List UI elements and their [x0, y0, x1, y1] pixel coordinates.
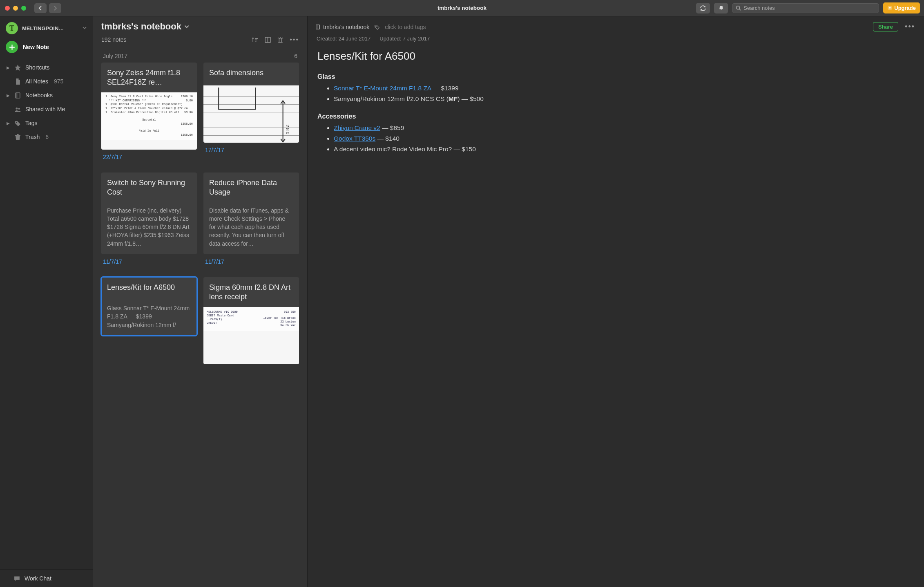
sidebar-item-count: 6 [45, 134, 49, 140]
star-icon [14, 64, 21, 71]
history-buttons [34, 3, 61, 13]
updated-date: Updated: 7 July 2017 [379, 36, 430, 42]
svg-point-3 [16, 107, 18, 109]
svg-text:2 8 0: 2 8 0 [285, 125, 290, 134]
sidebar-nav: ▶Shortcuts▶All Notes975▶Notebooks▶Shared… [0, 60, 93, 144]
list-item: Samyang/Rokinon 12mm f/2.0 NCS CS (MF) —… [334, 94, 914, 104]
list-item: Godox TT350s — $140 [334, 133, 914, 144]
svg-point-4 [18, 108, 20, 109]
sync-icon [700, 5, 706, 11]
note-card-snippet: Glass Sonnar T* E-Mount 24mm F1.8 ZA — $… [101, 300, 197, 336]
tag-icon[interactable] [374, 24, 380, 30]
share-button[interactable]: Share [873, 22, 898, 31]
breadcrumb[interactable]: tmbrks's notebook [315, 24, 369, 30]
note-card-title: Lenses/Kit for A6500 [101, 277, 197, 300]
note-card[interactable]: Reduce iPhone Data UsageDisable data for… [203, 173, 299, 254]
window-zoom-button[interactable] [21, 6, 26, 11]
new-note-button[interactable]: New Note [0, 37, 93, 60]
disclosure-triangle-icon[interactable]: ▶ [7, 65, 10, 70]
note-card-title: Sony Zeiss 24mm f1.8 SEL24F18Z re… [101, 63, 197, 92]
window-close-button[interactable] [5, 6, 10, 11]
sidebar-item-label: All Notes [25, 78, 48, 85]
back-button[interactable] [34, 3, 47, 13]
search-icon [736, 5, 741, 11]
list-controls: ••• [252, 36, 299, 43]
sidebar-item-all-notes[interactable]: ▶All Notes975 [2, 74, 90, 88]
sidebar-item-notebooks[interactable]: ▶Notebooks [2, 88, 90, 102]
note-count: 192 notes [101, 36, 127, 43]
account-name: MELTINGPOIN… [22, 25, 64, 31]
chevron-down-icon [184, 24, 190, 29]
more-options-icon[interactable]: ••• [290, 36, 299, 43]
note-cards-grid: Sony Zeiss 24mm f1.8 SEL24F18Z re…1 Sony… [93, 63, 307, 367]
upgrade-button[interactable]: Upgrade [883, 2, 920, 13]
note-card-date: 11/7/17 [203, 257, 299, 271]
sidebar-item-shared-with-me[interactable]: ▶Shared with Me [2, 102, 90, 116]
disclosure-triangle-icon[interactable]: ▶ [7, 93, 10, 98]
sync-button[interactable] [696, 3, 710, 13]
note-link[interactable]: Sonnar T* E-Mount 24mm F1.8 ZA [334, 85, 431, 92]
sidebar-item-label: Trash [25, 134, 40, 140]
reminder-icon[interactable] [277, 36, 284, 43]
note-link[interactable]: Godox TT350s [334, 135, 375, 142]
book-icon [14, 92, 21, 99]
note-title[interactable]: Lenses/Kit for A6500 [317, 50, 914, 63]
list-item: A decent video mic? Rode Video Mic Pro? … [334, 144, 914, 155]
search-field-container[interactable] [732, 3, 879, 13]
window-toolbar: tmbrks's notebook Upg [0, 0, 924, 16]
new-note-label: New Note [23, 44, 49, 50]
note-card-date: 11/7/17 [101, 257, 197, 271]
sidebar-item-trash[interactable]: ▶Trash6 [2, 130, 90, 144]
note-link[interactable]: Zhiyun Crane v2 [334, 124, 380, 131]
note-card[interactable]: Sigma 60mm f2.8 DN Art lens receiptMELBO… [203, 277, 299, 364]
svg-rect-2 [16, 93, 20, 98]
sidebar-item-label: Notebooks [25, 92, 53, 99]
note-card[interactable]: Sofa dimensions2 8 0 [203, 63, 299, 143]
upgrade-icon [887, 5, 893, 11]
note-card-title: Switch to Sony Running Cost [101, 173, 197, 202]
note-meta: Created: 24 June 2017 Updated: 7 July 20… [308, 34, 924, 47]
list-glass: Sonnar T* E-Mount 24mm F1.8 ZA — $1399Sa… [317, 83, 914, 105]
disclosure-triangle-icon[interactable]: ▶ [7, 121, 10, 125]
receipt-thumbnail: MELBOURNE VIC 3000DEBIT MasterCard……2479… [203, 307, 299, 331]
section-heading-glass: Glass [317, 73, 914, 81]
sidebar-item-count: 975 [54, 78, 63, 85]
forward-button[interactable] [49, 3, 61, 13]
view-mode-icon[interactable] [264, 36, 271, 43]
sidebar-item-label: Shortcuts [25, 64, 49, 71]
sort-icon[interactable] [252, 36, 259, 43]
plus-icon [6, 41, 18, 53]
note-card[interactable]: Switch to Sony Running CostPurchase Pric… [101, 173, 197, 254]
note-body[interactable]: Lenses/Kit for A6500 Glass Sonnar T* E-M… [308, 47, 924, 175]
note-card-date: 22/7/17 [101, 152, 197, 166]
tag-icon [14, 119, 21, 127]
note-card[interactable]: Lenses/Kit for A6500Glass Sonnar T* E-Mo… [101, 277, 197, 336]
notebook-title: tmbrks's notebook [101, 21, 181, 32]
sidebar-item-work-chat[interactable]: ▶ Work Chat [0, 570, 93, 587]
sidebar-item-label: Shared with Me [25, 106, 65, 112]
notebook-selector[interactable]: tmbrks's notebook [101, 21, 299, 32]
breadcrumb-label: tmbrks's notebook [323, 24, 369, 30]
month-header: July 2017 6 [93, 46, 307, 63]
search-input[interactable] [743, 5, 875, 11]
svg-rect-8 [316, 25, 320, 29]
note-card-date: 17/7/17 [203, 145, 299, 159]
notebook-icon [315, 24, 321, 30]
sidebar-item-shortcuts[interactable]: ▶Shortcuts [2, 60, 90, 74]
sidebar-item-label: Tags [25, 120, 38, 126]
sidebar-item-tags[interactable]: ▶Tags [2, 116, 90, 130]
notifications-button[interactable] [714, 3, 728, 13]
created-date: Created: 24 June 2017 [317, 36, 370, 42]
window-minimize-button[interactable] [13, 6, 18, 11]
note-card[interactable]: Sony Zeiss 24mm f1.8 SEL24F18Z re…1 Sony… [101, 63, 197, 150]
note-card-title: Sigma 60mm f2.8 DN Art lens receipt [203, 277, 299, 307]
bell-icon [718, 5, 724, 11]
chevron-down-icon [82, 25, 87, 31]
note-icon [14, 78, 21, 85]
note-more-options[interactable]: ••• [903, 22, 917, 31]
avatar: T [6, 22, 18, 34]
account-switcher[interactable]: T MELTINGPOIN… [0, 16, 93, 37]
add-tags-field[interactable]: click to add tags [385, 24, 426, 30]
svg-point-9 [376, 26, 377, 27]
list-item: Zhiyun Crane v2 — $659 [334, 123, 914, 133]
